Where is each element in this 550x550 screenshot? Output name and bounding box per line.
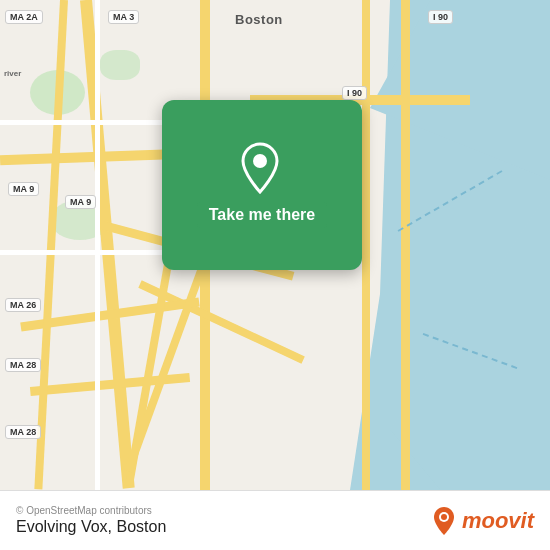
label-ma9: MA 9 (65, 195, 96, 209)
place-name: Evolving Vox, Boston (16, 518, 166, 536)
svg-point-0 (253, 154, 267, 168)
road-secondary-3 (95, 0, 100, 490)
label-ma28b: MA 28 (5, 425, 41, 439)
city-label: Boston (235, 12, 283, 27)
location-pin-icon (238, 142, 286, 190)
label-i90: I 90 (342, 86, 367, 100)
label-ma26: MA 26 (5, 298, 41, 312)
label-i90-top: I 90 (428, 10, 453, 24)
popup-card: Take me there (162, 100, 362, 270)
attribution-text: © OpenStreetMap contributors (16, 505, 166, 516)
park-3 (100, 50, 140, 80)
road-vertical-3 (401, 0, 410, 490)
label-ma28a: MA 28 (5, 358, 41, 372)
label-ma3: MA 3 (108, 10, 139, 24)
bottom-left-info: © OpenStreetMap contributors Evolving Vo… (16, 505, 166, 536)
bottom-bar: © OpenStreetMap contributors Evolving Vo… (0, 490, 550, 550)
svg-point-2 (441, 514, 447, 520)
label-ma9-left: MA 9 (8, 182, 39, 196)
moovit-pin-icon (432, 506, 456, 536)
moovit-logo: moovit (432, 506, 534, 536)
label-river: river (0, 68, 25, 79)
map-container: Boston MA 2A MA 3 I 90 MA 9 MA 9 I 90 MA… (0, 0, 550, 490)
road-vertical-4 (362, 0, 370, 490)
take-me-there-button[interactable]: Take me there (197, 202, 327, 228)
moovit-text: moovit (462, 508, 534, 534)
label-ma2a: MA 2A (5, 10, 43, 24)
